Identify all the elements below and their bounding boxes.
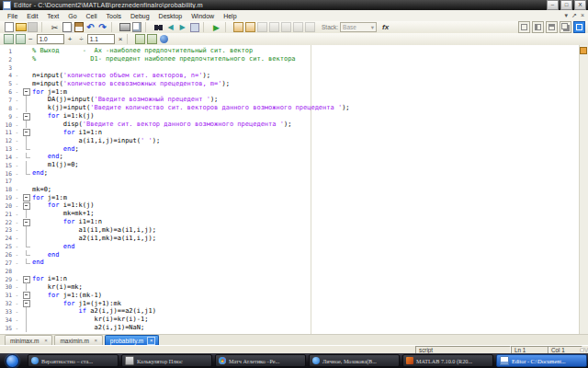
redo-icon[interactable]: [97, 22, 108, 32]
taskbar-button[interactable]: Editor - C:\Document...: [496, 354, 587, 367]
code-line[interactable]: 18-mk=0;: [0, 185, 580, 193]
fx-insert-function-button[interactable]: fx: [382, 23, 389, 31]
code-line[interactable]: 14- end;: [0, 153, 580, 161]
code-line[interactable]: 25- end: [0, 242, 580, 250]
menu-debug[interactable]: Debug: [126, 12, 154, 20]
print-preview-icon[interactable]: [131, 22, 142, 32]
code-line[interactable]: 27-end: [0, 259, 580, 267]
tab-close-icon[interactable]: ×: [147, 337, 155, 345]
code-line[interactable]: 21- mk=mk+1;: [0, 210, 580, 218]
code-line[interactable]: 19-for j=1:m: [0, 193, 580, 201]
code-fold-icon[interactable]: [22, 299, 32, 307]
dock-arrow-icon[interactable]: ▾: [565, 12, 569, 19]
layout-grid-button[interactable]: [518, 21, 530, 33]
cellA-icon[interactable]: [233, 22, 244, 32]
cellE-icon[interactable]: [281, 22, 292, 32]
increment-value-button[interactable]: +: [68, 35, 73, 43]
code-line[interactable]: 33- if a2(i,j)==a2(i,j1): [0, 307, 580, 316]
cell-mode-help-icon[interactable]: [159, 34, 170, 44]
code-line[interactable]: 11- for i1=1:n: [0, 128, 580, 136]
tab-close-icon[interactable]: ×: [93, 338, 99, 344]
divide-value-button[interactable]: ÷: [79, 35, 83, 43]
code-line[interactable]: 16-end;: [0, 169, 580, 178]
code-line[interactable]: 23- a1(i1,mk)=a(i1,i,j);: [0, 226, 580, 235]
find-next-icon[interactable]: [189, 22, 200, 32]
menu-file[interactable]: File: [3, 12, 22, 20]
code-fold-icon[interactable]: [22, 128, 32, 136]
menu-edit[interactable]: Edit: [22, 12, 42, 20]
code-fold-icon[interactable]: [22, 275, 32, 283]
multiply-value-button[interactable]: ×: [119, 35, 123, 43]
menu-help[interactable]: Help: [219, 12, 241, 20]
menu-tools[interactable]: Tools: [102, 12, 126, 20]
layout-horizontal-split-button[interactable]: [546, 21, 558, 33]
taskbar-button[interactable]: Вероятностно – ста...: [28, 354, 119, 367]
code-editor-pane[interactable]: 1% Выход - Ax -наиболее предпочтительный…: [0, 45, 588, 334]
go-forward-icon[interactable]: [177, 22, 188, 32]
insert-cell-titled-icon[interactable]: [16, 34, 27, 44]
code-line[interactable]: 22- for i1=1:n: [0, 218, 580, 226]
menu-window[interactable]: Window: [187, 12, 219, 20]
open-file-icon[interactable]: [16, 22, 27, 32]
print-icon[interactable]: [119, 22, 130, 32]
start-button[interactable]: [6, 354, 19, 368]
code-line[interactable]: 35- a2(i,j1)=NaN;: [0, 324, 580, 332]
code-line[interactable]: 5-m=input('количество всевозможных преце…: [0, 79, 580, 87]
code-line[interactable]: 20- for i=1:k(j): [0, 201, 580, 210]
code-fold-icon[interactable]: [22, 112, 32, 121]
evaluate-cell-advance-icon[interactable]: [147, 34, 158, 44]
code-line[interactable]: 4-n=input('количество объем сит. векторо…: [0, 72, 580, 80]
code-line[interactable]: 1% Выход - Ax -наиболее предпочтительный…: [0, 47, 580, 55]
decrement-value-button[interactable]: −: [28, 35, 33, 43]
maximize-button[interactable]: □: [560, 0, 572, 10]
editor-scrollbar[interactable]: [579, 45, 588, 334]
code-line[interactable]: 30- kr(i)=mk;: [0, 282, 580, 291]
go-back-icon[interactable]: [165, 22, 176, 32]
increment-value-field[interactable]: 1.0: [37, 34, 64, 44]
code-fold-icon[interactable]: [22, 201, 32, 210]
layout-vertical-split-button[interactable]: [532, 21, 544, 33]
code-line[interactable]: 26- end: [0, 250, 580, 259]
cellD-icon[interactable]: [269, 22, 280, 32]
run-icon[interactable]: [211, 22, 222, 32]
taskbar-button[interactable]: MATLAB 7.10.0 (R20...: [402, 354, 493, 367]
paste-icon[interactable]: [74, 22, 85, 32]
code-line[interactable]: 12- a(i1,i,j)=input(' ');: [0, 136, 580, 144]
stack-dropdown[interactable]: Base ▾: [340, 22, 377, 32]
taskbar-button[interactable]: Калькулятор Плюс: [121, 354, 212, 367]
tab-close-icon[interactable]: ×: [42, 338, 49, 344]
cellC-icon[interactable]: [257, 22, 268, 32]
cellF-icon[interactable]: [293, 22, 304, 32]
code-line[interactable]: 2% D1- прецедент наиболее предпочтительн…: [0, 55, 580, 63]
code-line[interactable]: 29-for i=1:n: [0, 275, 580, 283]
code-line[interactable]: 28: [0, 267, 580, 275]
layout-single-button[interactable]: [573, 21, 585, 33]
code-line[interactable]: 15- m1(j)=0;: [0, 161, 580, 169]
code-line[interactable]: 7- DA(j)=input('Введите возможный прецед…: [0, 96, 580, 104]
cellG-icon[interactable]: [305, 22, 316, 32]
new-file-icon[interactable]: [4, 22, 15, 32]
code-line[interactable]: 32- for j1=(j+1):mk: [0, 299, 580, 307]
code-fold-icon[interactable]: [22, 193, 32, 201]
code-line[interactable]: 13- end;: [0, 144, 580, 153]
menu-go[interactable]: Go: [63, 12, 81, 20]
multiply-value-field[interactable]: 1.1: [87, 34, 115, 44]
save-icon[interactable]: [28, 22, 39, 32]
menu-desktop[interactable]: Desktop: [154, 12, 187, 20]
close-document-icon[interactable]: ×: [581, 12, 584, 19]
code-line[interactable]: 31- for j=1:(mk-1): [0, 291, 580, 299]
undock-icon[interactable]: ↗: [571, 12, 577, 19]
code-line[interactable]: 8- k(j)=input('Введите количество сит. в…: [0, 104, 580, 112]
cellB-icon[interactable]: [245, 22, 256, 32]
layout-float-button[interactable]: [560, 21, 571, 33]
code-line[interactable]: 24- a2(i1,mk)=a(i1,i,j);: [0, 234, 580, 242]
code-line[interactable]: 10- disp('Введите сит. вектор данного во…: [0, 121, 580, 129]
code-fold-icon[interactable]: [22, 87, 32, 96]
menu-cell[interactable]: Cell: [82, 12, 102, 20]
evaluate-cell-icon[interactable]: [135, 34, 146, 44]
code-fold-icon[interactable]: [22, 291, 32, 299]
menu-text[interactable]: Text: [42, 12, 63, 20]
code-line[interactable]: 9- for i=1:k(j): [0, 112, 580, 121]
minimize-button[interactable]: –: [547, 0, 559, 10]
code-fold-icon[interactable]: [22, 218, 32, 226]
